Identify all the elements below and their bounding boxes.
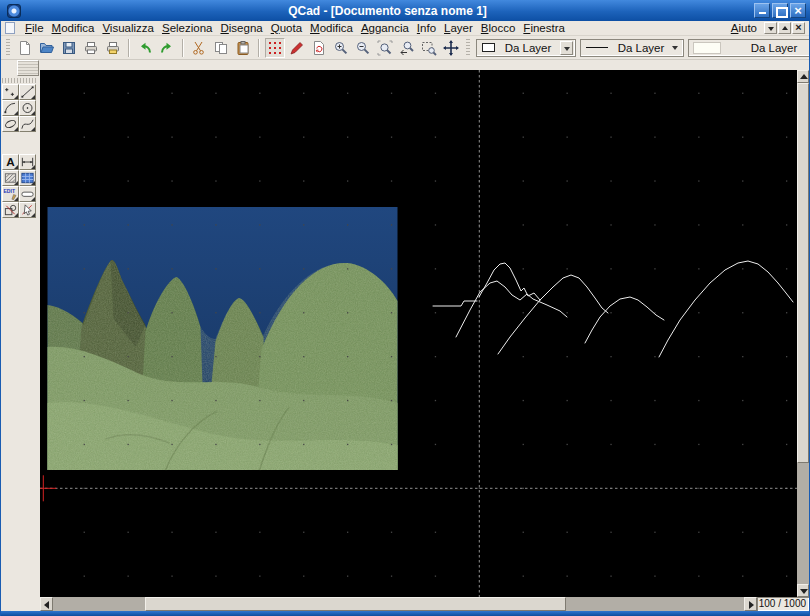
new-document-button[interactable] [15,38,35,58]
terrain-image [48,207,398,470]
hatch-tool-button[interactable] [2,170,19,186]
save-file-button[interactable] [59,38,79,58]
zoom-window-icon [421,40,437,56]
mdi-document-icon [5,22,15,34]
close-button[interactable] [790,3,806,18]
scroll-up-button[interactable] [797,70,809,83]
menu-blocco[interactable]: Blocco [477,22,520,34]
splines-tool-button[interactable] [19,116,36,132]
edit-tool-button[interactable]: EDIT [2,186,19,202]
toolbar-grip[interactable] [466,39,470,57]
print-preview-button[interactable] [103,38,123,58]
redo-button[interactable] [157,38,177,58]
scroll-right-button[interactable] [744,597,757,611]
line-width-combobox[interactable]: Da Layer [580,39,684,57]
submenu-corner-icon [31,181,35,185]
paste-button[interactable] [233,38,253,58]
scroll-down-button[interactable] [797,584,809,597]
draft-mode-button[interactable] [287,38,307,58]
submenu-corner-icon [14,165,18,169]
maximize-button[interactable] [772,3,788,18]
draft-mode-icon [289,40,305,56]
pan-icon [443,40,459,56]
undo-icon [137,40,153,56]
titlebar[interactable]: QCad - [Documento senza nome 1] [0,0,810,21]
paste-icon [235,40,251,56]
ellipses-tool-button[interactable] [2,116,19,132]
cut-icon [191,40,207,56]
menu-quota[interactable]: Quota [267,22,306,34]
zoom-window-button[interactable] [419,38,439,58]
zoom-auto-button[interactable] [375,38,395,58]
copy-button[interactable] [211,38,231,58]
zoom-out-button[interactable] [353,38,373,58]
zoom-in-button[interactable] [331,38,351,58]
qcad-window: QCad - [Documento senza nome 1] FileModi… [0,0,810,616]
menu-aggancia[interactable]: Aggancia [357,22,413,34]
arcs-tool-button[interactable] [2,100,19,116]
submenu-corner-icon [31,213,35,217]
pan-button[interactable] [441,38,461,58]
menu-disegna[interactable]: Disegna [216,22,266,34]
text-tool-button[interactable]: A [2,154,19,170]
submenu-corner-icon [31,95,35,99]
color-value: Da Layer [498,42,558,54]
scroll-left-button[interactable] [40,597,53,611]
options-toolbar-grip[interactable] [17,60,39,76]
qcad-app-icon [7,4,21,18]
arrow-up-icon [800,74,808,79]
submenu-corner-icon [31,165,35,169]
menu-visualizza[interactable]: Visualizza [98,22,158,34]
mdi-restore-button[interactable] [778,22,791,34]
open-file-button[interactable] [37,38,57,58]
drawing-canvas[interactable] [40,70,797,597]
dimensions-tool-button[interactable] [19,154,36,170]
dropdown-arrow-icon[interactable] [560,41,573,55]
menu-modifica[interactable]: Modifica [48,22,99,34]
vertical-scroll-thumb[interactable] [797,83,809,463]
menu-aiuto[interactable]: Aiuto [727,22,761,34]
measure-tool-button[interactable] [19,186,36,202]
grid-toggle-icon [267,40,283,56]
redo-icon [159,40,175,56]
mdi-minimize-button[interactable] [764,22,777,34]
window-controls [754,3,806,18]
circles-tool-button[interactable] [19,100,36,116]
points-tool-button[interactable] [2,84,19,100]
menu-modifica[interactable]: Modifica [306,22,357,34]
submenu-corner-icon [14,127,18,131]
cut-button[interactable] [189,38,209,58]
horizontal-scrollbar[interactable] [40,597,757,611]
print-button[interactable] [81,38,101,58]
palette-drag-handle[interactable] [2,78,38,83]
mdi-close-button[interactable] [792,22,805,34]
print-preview-icon [105,40,121,56]
zoom-in-icon [333,40,349,56]
line-width-sample [586,47,608,48]
zoom-indicator: 100 / 1000 [757,597,809,611]
undo-button[interactable] [135,38,155,58]
menu-seleziona[interactable]: Seleziona [158,22,217,34]
svg-text:EDIT: EDIT [3,188,15,194]
window-border-bottom [0,611,810,616]
dropdown-arrow-icon[interactable] [671,42,681,54]
image-tool-button[interactable] [19,170,36,186]
lines-tool-button[interactable] [19,84,36,100]
menu-layer[interactable]: Layer [440,22,477,34]
submenu-corner-icon [14,213,18,217]
color-combobox[interactable]: Da Layer [476,39,576,57]
grid-toggle-button[interactable] [265,38,285,58]
redraw-button[interactable] [309,38,329,58]
select-tool-button[interactable] [19,202,36,218]
menu-info[interactable]: Info [413,22,440,34]
line-type-combobox[interactable]: Da Layer [688,39,810,57]
minimize-button[interactable] [754,3,770,18]
horizontal-scroll-thumb[interactable] [145,597,566,611]
vertical-scrollbar[interactable] [797,70,809,597]
blocks-tool-button[interactable] [2,202,19,218]
menu-file[interactable]: File [21,22,48,34]
menu-finestra[interactable]: Finestra [519,22,569,34]
zoom-previous-button[interactable] [397,38,417,58]
submenu-corner-icon [31,197,35,201]
toolbar-grip[interactable] [6,39,10,57]
